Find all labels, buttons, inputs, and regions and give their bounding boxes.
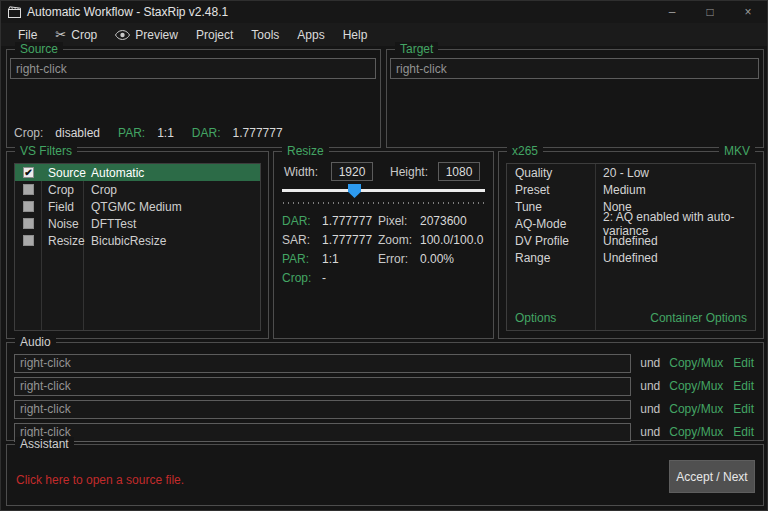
edit-link[interactable]: Edit — [733, 356, 754, 370]
par-label: PAR: — [282, 252, 309, 266]
copy-mux-link[interactable]: Copy/Mux — [669, 402, 723, 416]
source-dar-value: 1.777777 — [233, 126, 283, 140]
setting-value: Undefined — [595, 234, 755, 248]
copy-mux-link[interactable]: Copy/Mux — [669, 356, 723, 370]
menu-bar: File ✂ Crop Preview Project Tools Apps H… — [1, 23, 767, 46]
audio-track-input[interactable] — [14, 354, 631, 373]
vs-filters-group-label: VS Filters — [15, 144, 77, 158]
x265-row-preset[interactable]: Preset Medium — [507, 181, 755, 198]
checkbox-unchecked-icon[interactable] — [23, 218, 34, 229]
container-format-label[interactable]: MKV — [719, 144, 755, 158]
x265-row-range[interactable]: Range Undefined — [507, 249, 755, 266]
audio-track-row-4: und Copy/Mux Edit — [14, 422, 756, 442]
zoom-label: Zoom: — [378, 233, 412, 247]
menu-preview[interactable]: Preview — [106, 25, 187, 45]
checkbox-unchecked-icon[interactable] — [23, 201, 34, 212]
audio-track-row-3: und Copy/Mux Edit — [14, 399, 756, 419]
audio-track-row-1: und Copy/Mux Edit — [14, 353, 756, 373]
filter-row-resize[interactable]: Resize BicubicResize — [15, 232, 260, 249]
audio-language: und — [640, 425, 660, 439]
setting-name: DV Profile — [507, 234, 595, 248]
filter-name: Source — [42, 166, 84, 180]
menu-help[interactable]: Help — [334, 25, 377, 45]
resize-slider-thumb[interactable] — [348, 184, 361, 198]
close-button[interactable]: × — [729, 1, 767, 23]
filter-row-source[interactable]: ✔ Source Automatic — [15, 164, 260, 181]
filter-row-field[interactable]: Field QTGMC Medium — [15, 198, 260, 215]
source-crop-value: disabled — [55, 126, 100, 140]
copy-mux-link[interactable]: Copy/Mux — [669, 425, 723, 439]
crop-label: Crop: — [282, 271, 311, 285]
source-par-value: 1:1 — [157, 126, 174, 140]
filter-name: Crop — [42, 183, 84, 197]
width-input[interactable] — [331, 162, 373, 181]
audio-track-input[interactable] — [14, 423, 631, 442]
resize-slider-track[interactable] — [282, 189, 485, 192]
clapperboard-icon — [8, 6, 21, 18]
dar-label: DAR: — [282, 214, 311, 228]
target-group-label: Target — [395, 42, 438, 56]
x265-row-dv-profile[interactable]: DV Profile Undefined — [507, 232, 755, 249]
source-par-label: PAR: — [118, 126, 145, 140]
accept-next-button[interactable]: Accept / Next — [669, 460, 755, 493]
filter-value: Automatic — [84, 166, 260, 180]
error-value: 0.00% — [420, 252, 454, 266]
resize-group: Resize Width: Height: DAR: 1.777777 Pixe… — [273, 151, 494, 339]
setting-value: 20 - Low — [595, 166, 755, 180]
edit-link[interactable]: Edit — [733, 402, 754, 416]
sar-value: 1.777777 — [322, 233, 372, 247]
par-value: 1:1 — [322, 252, 339, 266]
options-link[interactable]: Options — [515, 311, 556, 325]
height-input[interactable] — [438, 162, 480, 181]
source-group-label: Source — [15, 42, 63, 56]
assistant-message-link[interactable]: Click here to open a source file. — [16, 473, 184, 487]
width-label: Width: — [284, 165, 318, 179]
target-file-input[interactable] — [390, 58, 759, 79]
error-label: Error: — [378, 252, 408, 266]
audio-track-input[interactable] — [14, 400, 631, 419]
setting-name: Range — [507, 251, 595, 265]
scissors-icon: ✂ — [55, 27, 66, 42]
x265-row-aq-mode[interactable]: AQ-Mode 2: AQ enabled with auto-variance — [507, 215, 755, 232]
menu-apps[interactable]: Apps — [288, 25, 333, 45]
x265-group-label: x265 — [507, 144, 543, 158]
container-options-link[interactable]: Container Options — [650, 311, 747, 325]
audio-language: und — [640, 402, 660, 416]
pixel-value: 2073600 — [420, 214, 467, 228]
crop-value: - — [322, 271, 326, 285]
pixel-label: Pixel: — [378, 214, 407, 228]
minimize-button[interactable]: – — [653, 1, 691, 23]
vs-filters-group: VS Filters ✔ Source Automatic Crop Crop … — [6, 151, 269, 339]
checkbox-checked-icon[interactable]: ✔ — [23, 167, 34, 178]
copy-mux-link[interactable]: Copy/Mux — [669, 379, 723, 393]
filter-name: Field — [42, 200, 84, 214]
maximize-button[interactable]: □ — [691, 1, 729, 23]
column-divider — [595, 164, 596, 330]
checkbox-unchecked-icon[interactable] — [23, 184, 34, 195]
menu-project[interactable]: Project — [187, 25, 242, 45]
eye-icon — [115, 30, 130, 40]
source-file-input[interactable] — [10, 58, 376, 79]
edit-link[interactable]: Edit — [733, 379, 754, 393]
filter-row-crop[interactable]: Crop Crop — [15, 181, 260, 198]
audio-language: und — [640, 356, 660, 370]
setting-value: Undefined — [595, 251, 755, 265]
x265-settings-table: Quality 20 - Low Preset Medium Tune None… — [506, 163, 756, 331]
menu-crop-label: Crop — [71, 28, 97, 42]
setting-name: Preset — [507, 183, 595, 197]
x265-group: x265 MKV Quality 20 - Low Preset Medium … — [498, 151, 764, 339]
checkbox-unchecked-icon[interactable] — [23, 235, 34, 246]
dar-value: 1.777777 — [322, 214, 372, 228]
sar-label: SAR: — [282, 233, 310, 247]
audio-group-label: Audio — [15, 335, 56, 349]
menu-tools[interactable]: Tools — [242, 25, 288, 45]
x265-row-quality[interactable]: Quality 20 - Low — [507, 164, 755, 181]
edit-link[interactable]: Edit — [733, 425, 754, 439]
filter-value: QTGMC Medium — [84, 200, 260, 214]
setting-value: Medium — [595, 183, 755, 197]
filter-name: Noise — [42, 217, 84, 231]
audio-track-input[interactable] — [14, 377, 631, 396]
menu-preview-label: Preview — [135, 28, 178, 42]
filter-row-noise[interactable]: Noise DFTTest — [15, 215, 260, 232]
app-window: Automatic Workflow - StaxRip v2.48.1 – □… — [0, 0, 768, 511]
